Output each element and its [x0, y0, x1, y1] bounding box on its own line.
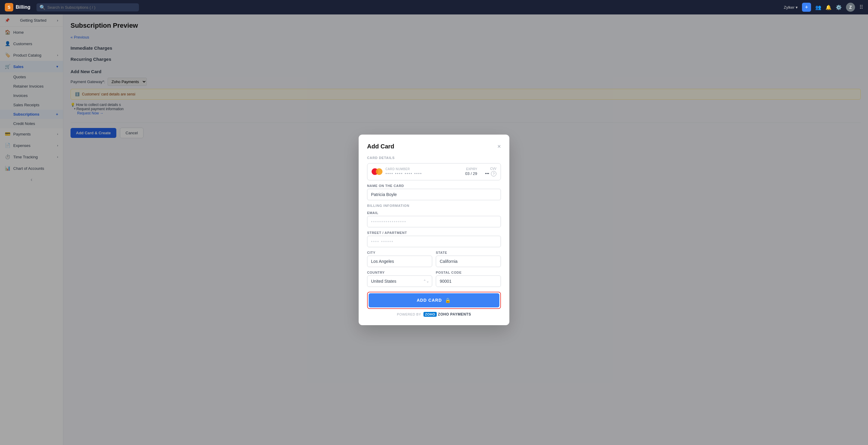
bell-icon[interactable]: 🔔	[826, 4, 832, 10]
billing-info-label: BILLING INFORMATION	[367, 204, 501, 207]
search-icon: 🔍	[39, 4, 45, 10]
country-select[interactable]: United States	[367, 275, 432, 287]
grid-icon[interactable]: ⠿	[859, 4, 863, 10]
country-wrapper: United States ⌃⌄	[367, 275, 432, 287]
city-state-row: CITY STATE	[367, 251, 501, 267]
name-on-card-field: NAME ON THE CARD	[367, 184, 501, 200]
name-on-card-label: NAME ON THE CARD	[367, 184, 501, 187]
cvv-label: CVV	[490, 167, 496, 170]
lock-icon: 🔒	[445, 298, 451, 303]
country-postal-row: COUNTRY United States ⌃⌄ POSTAL CODE	[367, 271, 501, 287]
card-details-label: CARD DETAILS	[367, 156, 501, 160]
street-field: STREET / APARTMENT	[367, 231, 501, 247]
zoho-payments-logo: Zoho Zoho Payments	[424, 312, 471, 317]
email-input[interactable]	[367, 216, 501, 227]
card-number-value: •••• •••• •••• ••••	[385, 171, 462, 176]
cvv-value: •••	[485, 171, 489, 176]
topnav: S Billing 🔍 Zylker ▾ + 👥 🔔 ⚙️ Z ⠿	[0, 0, 868, 14]
modal-header: Add Card ×	[367, 143, 501, 150]
users-icon[interactable]: 👥	[815, 4, 821, 10]
city-input[interactable]	[367, 255, 432, 267]
modal-overlay: Add Card × CARD DETAILS CARD NUMBER ••••…	[0, 14, 868, 445]
modal-title: Add Card	[367, 143, 394, 150]
expiry-label: EXPIRY	[466, 167, 477, 171]
country-label: COUNTRY	[367, 271, 432, 274]
org-name[interactable]: Zylker ▾	[784, 5, 798, 10]
add-card-modal: Add Card × CARD DETAILS CARD NUMBER ••••…	[359, 135, 509, 325]
app-logo[interactable]: S Billing	[5, 3, 30, 11]
zoho-logo-box: Zoho	[424, 312, 437, 317]
city-field: CITY	[367, 251, 432, 267]
postal-input[interactable]	[436, 275, 501, 287]
email-field: EMAIL	[367, 211, 501, 227]
postal-label: POSTAL CODE	[436, 271, 501, 274]
powered-by: POWERED BY Zoho Zoho Payments	[367, 312, 501, 317]
country-field: COUNTRY United States ⌃⌄	[367, 271, 432, 287]
street-label: STREET / APARTMENT	[367, 231, 501, 235]
add-button[interactable]: +	[802, 3, 811, 12]
chevron-down-icon: ▾	[796, 5, 798, 10]
add-card-button[interactable]: ADD CARD 🔒	[369, 293, 499, 307]
card-number-row: CARD NUMBER •••• •••• •••• •••• EXPIRY 0…	[367, 163, 501, 180]
email-label: EMAIL	[367, 211, 501, 215]
card-number-label: CARD NUMBER	[385, 167, 462, 171]
topnav-right: Zylker ▾ + 👥 🔔 ⚙️ Z ⠿	[784, 3, 863, 12]
logo-icon: S	[5, 3, 13, 11]
state-input[interactable]	[436, 255, 501, 267]
cvv-help-icon[interactable]: ?	[491, 171, 496, 176]
search-input[interactable]	[47, 5, 136, 10]
add-card-btn-wrapper: ADD CARD 🔒	[367, 292, 501, 309]
postal-field: POSTAL CODE	[436, 271, 501, 287]
city-label: CITY	[367, 251, 432, 254]
app-name: Billing	[16, 4, 30, 10]
modal-close-button[interactable]: ×	[497, 143, 501, 150]
state-label: STATE	[436, 251, 501, 254]
mastercard-icon	[372, 168, 382, 175]
search-bar[interactable]: 🔍	[36, 3, 139, 11]
avatar[interactable]: Z	[846, 3, 855, 12]
expiry-value: 03 / 29	[465, 171, 477, 176]
street-input[interactable]	[367, 236, 501, 247]
state-field: STATE	[436, 251, 501, 267]
settings-icon[interactable]: ⚙️	[836, 4, 842, 10]
name-on-card-input[interactable]	[367, 189, 501, 200]
